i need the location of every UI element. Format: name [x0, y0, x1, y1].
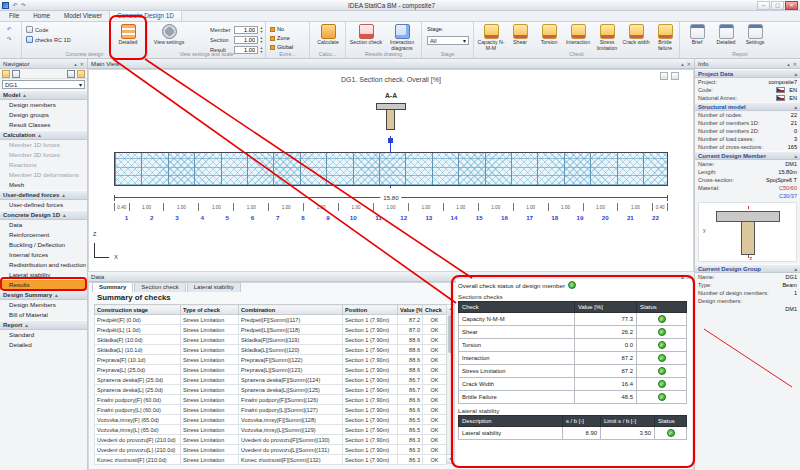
extreme-global-option[interactable]: Global [270, 43, 293, 51]
stage-select[interactable]: All ▾ [427, 36, 469, 45]
close-button[interactable]: ✕ [785, 1, 798, 10]
tab-concrete-design-1d[interactable]: Concrete Design 1D [109, 10, 182, 21]
current-design-member-section[interactable]: Current Design Member ▴ [695, 151, 800, 160]
nav-tool-icon[interactable] [77, 70, 85, 78]
section-number[interactable]: 6 [240, 214, 265, 223]
redo-button[interactable]: ↷ [5, 35, 13, 43]
nav-item[interactable]: Mesh [0, 180, 87, 190]
check-result-row[interactable]: Interaction 87.2 ✓ [459, 352, 687, 365]
section-number[interactable]: 11 [366, 214, 391, 223]
summary-table-row[interactable]: Vozovka,rimsy[F] (65.0d) Stress Limitati… [95, 415, 447, 425]
member-scale-input[interactable] [234, 26, 258, 34]
extreme-zone-option[interactable]: Zone [270, 34, 290, 42]
view-tool-icon[interactable] [671, 72, 679, 80]
nav-tool-icon[interactable] [2, 70, 10, 78]
check-type-button[interactable]: Interaction [564, 24, 592, 51]
nav-section-concrete-design-1d[interactable]: Concrete Design 1D ▴ [0, 210, 87, 220]
section-number[interactable]: 16 [492, 214, 517, 223]
section-number[interactable]: 7 [265, 214, 290, 223]
scroll-up-icon[interactable]: ▲ [447, 305, 454, 314]
section-number[interactable]: 20 [593, 214, 618, 223]
summary-table-row[interactable]: Finalni podpory[F] (60.0d) Stress Limita… [95, 395, 447, 405]
check-type-button[interactable]: Crack width [622, 24, 650, 51]
pin-icon[interactable]: ▴ [681, 61, 684, 67]
nav-section-user-defined-forces[interactable]: User-defined forces ▴ [0, 190, 87, 200]
section-scale-input[interactable] [234, 36, 258, 44]
nav-item[interactable]: Member 2D forces [0, 150, 87, 160]
nav-item[interactable]: Results [0, 280, 87, 290]
extreme-no-option[interactable]: No [270, 25, 284, 33]
summary-table-row[interactable]: Preprava[L] (25.0d) Stress Limitation Pr… [95, 365, 447, 375]
maximize-button[interactable]: ▢ [771, 1, 784, 10]
summary-table-row[interactable]: Finalni podpory[L] (60.0d) Stress Limita… [95, 405, 447, 415]
table-scrollbar[interactable]: ▲ ▼ [446, 304, 455, 464]
summary-table-row[interactable]: Konec zivotnosti[F] (210.0d) Stress Limi… [95, 455, 447, 465]
nav-item[interactable]: Result Classes [0, 120, 87, 130]
nav-item[interactable]: User-defined forces [0, 200, 87, 210]
section-number[interactable]: 1 [114, 214, 139, 223]
tab-home[interactable]: Home [26, 11, 57, 21]
quick-access-undo-icon[interactable]: ↶ [11, 1, 19, 9]
scrollbar-thumb[interactable] [448, 315, 453, 353]
nav-section-calculation[interactable]: Calculation ▴ [0, 130, 87, 140]
detailed-check-button[interactable]: Detailed [112, 24, 144, 46]
section-number[interactable]: 2 [139, 214, 164, 223]
nav-tool-icon[interactable] [12, 70, 20, 78]
checks-rc-button[interactable]: checks RC 1D [26, 35, 71, 44]
nav-item[interactable]: Data [0, 220, 87, 230]
check-result-row[interactable]: Shear 26.2 ✓ [459, 326, 687, 339]
nav-section-model[interactable]: Model ▴ [0, 90, 87, 100]
section-number[interactable]: 13 [416, 214, 441, 223]
section-number[interactable]: 18 [542, 214, 567, 223]
check-type-button[interactable]: Shear [506, 24, 534, 51]
section-number[interactable]: 15 [467, 214, 492, 223]
tab-model-viewer[interactable]: Model Viewer [57, 11, 109, 21]
summary-table-row[interactable]: Sprazena deska[L] (25.0d) Stress Limitat… [95, 385, 447, 395]
nav-item[interactable]: Detailed [0, 340, 87, 350]
nav-item[interactable]: Design groups [0, 110, 87, 120]
nav-item[interactable]: Design members [0, 100, 87, 110]
summary-table-row[interactable]: Skládka[L] (10.1d) Stress Limitation Skl… [95, 345, 447, 355]
close-icon[interactable]: ✕ [687, 61, 691, 67]
check-type-button[interactable]: Brittle failure [651, 24, 679, 51]
tab-summary[interactable]: Summary [92, 282, 133, 292]
structural-model-section[interactable]: Structural model ▴ [695, 102, 800, 111]
check-result-row[interactable]: Capacity N-M-M 77.3 ✓ [459, 313, 687, 326]
pin-icon[interactable]: ▴ [787, 61, 790, 67]
nav-section-report[interactable]: Report ▴ [0, 320, 87, 330]
design-group-select[interactable]: DG1 ▾ [2, 80, 85, 89]
tab-file[interactable]: File [2, 11, 26, 21]
nav-item[interactable]: Bill of Material [0, 310, 87, 320]
calculate-button[interactable]: Calculate [314, 24, 342, 46]
section-number[interactable]: 8 [290, 214, 315, 223]
report-button[interactable]: Brief [683, 24, 711, 46]
scroll-down-icon[interactable]: ▼ [447, 454, 454, 463]
minimize-button[interactable]: ─ [757, 1, 770, 10]
section-number[interactable]: 14 [441, 214, 466, 223]
tab-section-check[interactable]: Section check [134, 282, 185, 292]
beam-elevation-drawing[interactable] [114, 152, 668, 186]
pin-icon[interactable]: ▴ [74, 61, 77, 67]
section-marker-handle[interactable] [388, 138, 393, 143]
summary-table-row[interactable]: Skládka[F] (10.0d) Stress Limitation Skl… [95, 335, 447, 345]
summary-table-row[interactable]: Predpětí[L] (1.0d) Stress Limitation Pre… [95, 325, 447, 335]
nav-item[interactable]: Standard [0, 330, 87, 340]
nav-section-design-summary[interactable]: Design Summary ▴ [0, 290, 87, 300]
section-number[interactable]: 4 [190, 214, 215, 223]
nav-item[interactable]: Redistribution and reduction [0, 260, 87, 270]
section-number[interactable]: 3 [164, 214, 189, 223]
close-icon[interactable]: ✕ [80, 61, 84, 67]
code-button[interactable]: Code [26, 25, 48, 34]
check-type-button[interactable]: Stress limitation [593, 24, 621, 51]
summary-table-row[interactable]: Uvedeni do provozu[L] (210.0d) Stress Li… [95, 445, 447, 455]
summary-table-row[interactable]: Preprava[F] (10.1d) Stress Limitation Pr… [95, 355, 447, 365]
section-number[interactable]: 12 [391, 214, 416, 223]
summary-table-row[interactable]: Predpětí[F] (0.0d) Stress Limitation Pre… [95, 315, 447, 325]
nav-item[interactable]: Design Members [0, 300, 87, 310]
nav-item[interactable]: Lateral stability [0, 270, 87, 280]
undo-button[interactable]: ↶ [5, 25, 13, 33]
section-scale-stepper[interactable]: ▲▼ [258, 36, 265, 44]
nav-item[interactable]: Member 1D deformations [0, 170, 87, 180]
report-button[interactable]: Settings [741, 24, 769, 46]
check-result-row[interactable]: Brittle Failure 48.5 ✓ [459, 391, 687, 404]
